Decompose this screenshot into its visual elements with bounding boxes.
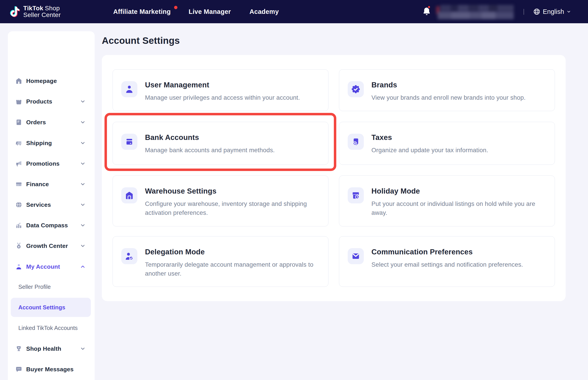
globe-language-icon bbox=[533, 8, 541, 16]
chevron-down-icon bbox=[80, 243, 86, 249]
affiliate-marketing-badge-dot bbox=[174, 6, 177, 9]
sidebar-item-shop-health[interactable]: Shop Health bbox=[8, 339, 95, 359]
notifications-bell-button[interactable] bbox=[422, 6, 433, 18]
sidebar-item-promotions[interactable]: Promotions bbox=[8, 153, 95, 174]
storefront-clock-icon bbox=[348, 187, 364, 203]
sidebar-item-homepage[interactable]: Homepage bbox=[8, 71, 95, 91]
globe-icon bbox=[15, 201, 23, 209]
tax-tag-icon bbox=[348, 134, 364, 150]
tile-delegation-mode[interactable]: Delegation Mode Temporararily delegate a… bbox=[113, 236, 328, 287]
warehouse-icon bbox=[121, 187, 137, 203]
megaphone-icon bbox=[15, 160, 23, 168]
brand-wordmark: TikTokShop Seller Center bbox=[23, 5, 61, 18]
tile-title: Holiday Mode bbox=[371, 187, 546, 195]
tile-communication-preferences[interactable]: Communication Preferences Select your em… bbox=[339, 236, 555, 287]
chevron-up-icon bbox=[80, 264, 86, 269]
person-check-icon bbox=[121, 248, 137, 264]
tiktok-note-icon bbox=[8, 4, 21, 19]
chevron-down-icon bbox=[80, 222, 86, 228]
chevron-down-icon bbox=[80, 98, 86, 104]
nav-divider bbox=[524, 9, 524, 15]
sidebar-item-my-account[interactable]: My Account bbox=[8, 256, 95, 277]
tile-user-management[interactable]: User Management Manage user privileges a… bbox=[113, 69, 328, 111]
language-label: English bbox=[543, 8, 564, 16]
chevron-down-icon bbox=[80, 119, 86, 125]
truck-icon bbox=[15, 139, 23, 147]
tile-description: Organize and update your tax information… bbox=[371, 146, 488, 155]
trophy-icon bbox=[15, 345, 23, 353]
tile-taxes[interactable]: Taxes Organize and update your tax infor… bbox=[339, 122, 555, 165]
redacted-text-row bbox=[438, 12, 514, 19]
tile-bank-accounts[interactable]: Bank Accounts Manage bank accounts and p… bbox=[113, 122, 328, 165]
envelope-icon bbox=[348, 248, 364, 264]
tile-description: Configure your warehouse, inventory stor… bbox=[145, 199, 319, 217]
tile-description: Select your email settings and notificat… bbox=[371, 260, 523, 269]
chevron-down-icon bbox=[80, 181, 86, 187]
tile-title: Taxes bbox=[371, 134, 488, 141]
chevron-down-icon bbox=[80, 140, 86, 146]
tile-description: Put your account or individual listings … bbox=[371, 199, 546, 217]
sidebar-item-finance[interactable]: Finance bbox=[8, 174, 95, 194]
sidebar-item-growth-center[interactable]: Growth Center bbox=[8, 236, 95, 256]
sidebar-item-shipping[interactable]: Shipping bbox=[8, 133, 95, 153]
chevron-down-icon bbox=[566, 9, 571, 14]
nav-link-live-manager[interactable]: Live Manager bbox=[189, 0, 231, 23]
tile-title: User Management bbox=[145, 81, 300, 89]
tile-brands[interactable]: Brands View your brands and enroll new b… bbox=[339, 69, 555, 111]
language-selector[interactable]: English bbox=[533, 0, 571, 23]
tile-title: Warehouse Settings bbox=[145, 187, 319, 195]
medal-icon bbox=[15, 242, 23, 250]
document-icon bbox=[15, 118, 23, 126]
tile-title: Communication Preferences bbox=[371, 248, 523, 256]
sidebar-item-data-compass[interactable]: Data Compass bbox=[8, 215, 95, 236]
sidebar-item-buyer-messages[interactable]: Buyer Messages bbox=[8, 359, 95, 380]
sidebar-item-products[interactable]: Products bbox=[8, 91, 95, 112]
account-name-redacted[interactable] bbox=[435, 4, 519, 19]
tiktok-shop-logo[interactable]: TikTokShop Seller Center bbox=[8, 3, 76, 20]
nav-link-academy[interactable]: Academy bbox=[249, 0, 279, 23]
sidebar: Homepage Products Orders Shipping bbox=[8, 31, 95, 380]
user-icon bbox=[121, 81, 137, 97]
sidebar-subitem-account-settings[interactable]: Account Settings bbox=[11, 298, 91, 317]
bag-icon bbox=[15, 98, 23, 105]
sidebar-item-orders[interactable]: Orders bbox=[8, 112, 95, 133]
bank-card-icon bbox=[121, 134, 137, 150]
chevron-down-icon bbox=[80, 346, 86, 352]
top-nav: TikTokShop Seller Center Affiliate Marke… bbox=[0, 0, 588, 23]
nav-link-affiliate-marketing[interactable]: Affiliate Marketing bbox=[113, 0, 171, 23]
tile-warehouse-settings[interactable]: Warehouse Settings Configure your wareho… bbox=[113, 175, 328, 227]
home-icon bbox=[15, 77, 23, 85]
tile-title: Brands bbox=[371, 81, 526, 89]
credit-card-icon bbox=[15, 180, 23, 188]
notification-unread-dot bbox=[427, 5, 431, 9]
bar-chart-icon bbox=[15, 222, 23, 229]
person-icon bbox=[15, 263, 23, 270]
sidebar-item-services[interactable]: Services bbox=[8, 194, 95, 215]
tile-description: View your brands and enroll new brands i… bbox=[371, 93, 526, 102]
badge-check-icon bbox=[348, 81, 364, 97]
chevron-down-icon bbox=[80, 202, 86, 208]
tile-title: Delegation Mode bbox=[145, 248, 319, 256]
tile-holiday-mode[interactable]: Holiday Mode Put your account or individ… bbox=[339, 175, 555, 227]
tile-description: Manage bank accounts and payment methods… bbox=[145, 146, 275, 155]
chevron-down-icon bbox=[80, 161, 86, 167]
page-title: Account Settings bbox=[102, 35, 180, 46]
tile-title: Bank Accounts bbox=[145, 134, 275, 141]
sidebar-subitem-linked-tiktok-accounts[interactable]: Linked TikTok Accounts bbox=[11, 318, 91, 338]
tile-description: Temporararily delegate account managemen… bbox=[145, 260, 319, 278]
sidebar-subitem-seller-profile[interactable]: Seller Profile bbox=[11, 277, 91, 296]
redacted-text-row bbox=[440, 5, 514, 11]
tile-description: Manage user privileges and access within… bbox=[145, 93, 300, 102]
chat-icon bbox=[15, 365, 23, 373]
